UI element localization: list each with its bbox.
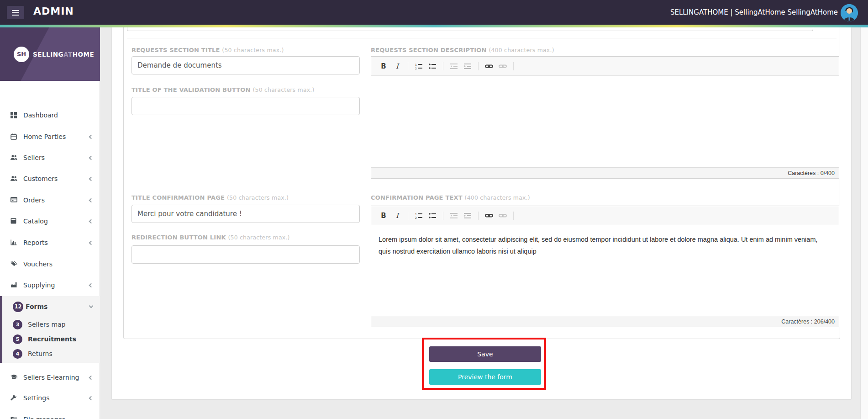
- italic-icon[interactable]: I: [391, 210, 403, 222]
- chevron-left-icon: [89, 375, 94, 380]
- sidebar-item-returns[interactable]: 4 Returns: [2, 346, 100, 361]
- sidebar-item-settings[interactable]: Settings: [0, 387, 100, 408]
- sidebar-item-sellers-elearning[interactable]: Sellers E-learning: [0, 367, 100, 388]
- scrollbar[interactable]: [860, 27, 868, 419]
- forms-count-badge: 12: [13, 302, 23, 312]
- indent-icon[interactable]: [462, 60, 473, 72]
- svg-text:2: 2: [415, 216, 417, 219]
- sidebar-item-dashboard[interactable]: Dashboard: [0, 105, 100, 126]
- sidebar-item-recruitments[interactable]: 5 Recruitments: [2, 332, 100, 346]
- confirmation-text-editor: B I 12 Lorem ipsum d: [371, 206, 839, 327]
- bold-icon[interactable]: B: [378, 210, 389, 222]
- sidebar-item-label: Returns: [28, 350, 53, 357]
- redirection-link-label: REDIRECTION BUTTON LINK (50 characters m…: [132, 234, 290, 241]
- sidebar-item-label: Sellers E-learning: [23, 374, 79, 381]
- chevron-left-icon: [89, 176, 94, 181]
- sidebar-item-label: Home Parties: [23, 133, 66, 140]
- sidebar-item-label: Orders: [23, 196, 45, 204]
- sellers-map-count-badge: 3: [13, 320, 22, 329]
- requests-title-input[interactable]: [132, 56, 360, 74]
- sidebar-item-label: Reports: [23, 239, 48, 246]
- sidebar-item-sellers[interactable]: Sellers: [0, 147, 100, 168]
- sidebar-item-label: Sellers map: [28, 321, 66, 328]
- requests-description-hint: (400 characters max.): [489, 47, 554, 53]
- toolbar-separator: [478, 212, 479, 220]
- chevron-left-icon: [89, 396, 94, 400]
- validation-button-hint: (50 characters max.): [253, 86, 314, 93]
- ordered-list-icon[interactable]: 12: [413, 210, 425, 222]
- requests-title-hint: (50 characters max.): [222, 47, 284, 53]
- user-menu[interactable]: SELLINGATHOME | SellingAtHome SellingAtH…: [670, 0, 838, 25]
- tags-icon: [11, 261, 17, 267]
- confirmation-text-label: CONFIRMATION PAGE TEXT (400 characters m…: [371, 194, 530, 201]
- admin-brand: ADMIN: [33, 5, 74, 17]
- chevron-left-icon: [89, 283, 94, 287]
- preview-form-button[interactable]: Preview the form: [429, 369, 541, 385]
- sidebar-item-label: Dashboard: [23, 111, 58, 119]
- toolbar-separator: [478, 62, 479, 70]
- sidebar-logo-text: SELLINGATHOME: [33, 51, 94, 58]
- sidebar-item-home-parties[interactable]: Home Parties: [0, 126, 100, 147]
- unlink-icon[interactable]: [497, 210, 509, 222]
- validation-button-input[interactable]: [132, 97, 360, 115]
- factory-icon: [11, 282, 17, 288]
- calendar-icon: [11, 133, 17, 140]
- sidebar-item-sellers-map[interactable]: 3 Sellers map: [2, 317, 100, 332]
- chevron-left-icon: [89, 134, 94, 139]
- admin-page: REQUESTS SECTION TITLE (50 characters ma…: [0, 0, 868, 419]
- chevron-down-icon: [89, 304, 94, 308]
- sidebar-item-customers[interactable]: Customers: [0, 168, 100, 189]
- sidebar-item-label: Forms: [26, 303, 47, 310]
- graduation-cap-icon: [11, 374, 17, 381]
- bullet-list-icon[interactable]: [426, 210, 438, 222]
- credit-card-icon: [11, 197, 17, 203]
- bold-icon[interactable]: B: [378, 60, 389, 72]
- svg-text:1: 1: [415, 212, 417, 216]
- confirmation-text-counter: Caractères : 206/400: [371, 316, 839, 327]
- sidebar-item-supplying[interactable]: Supplying: [0, 275, 100, 296]
- link-icon[interactable]: [483, 60, 495, 72]
- link-icon[interactable]: [483, 210, 495, 222]
- editor-toolbar: B I 12: [371, 206, 839, 225]
- toolbar-separator: [408, 212, 408, 220]
- outdent-icon[interactable]: [448, 60, 460, 72]
- sidebar-item-vouchers[interactable]: Vouchers: [0, 254, 100, 275]
- redirection-link-input[interactable]: [132, 245, 360, 264]
- toolbar-separator: [513, 212, 514, 220]
- sidebar-item-orders[interactable]: Orders: [0, 190, 100, 211]
- confirmation-text-hint: (400 characters max.): [465, 194, 530, 201]
- validation-button-label: TITLE OF THE VALIDATION BUTTON (50 chara…: [132, 86, 315, 93]
- catalog-icon: [11, 218, 17, 224]
- sidebar-item-forms[interactable]: 12 Forms: [2, 296, 100, 317]
- sidebar-logo: SH SELLINGATHOME: [0, 27, 100, 81]
- confirmation-text-textarea[interactable]: Lorem ipsum dolor sit amet, consectetur …: [371, 225, 839, 316]
- italic-icon[interactable]: I: [391, 60, 403, 72]
- outdent-icon[interactable]: [448, 210, 460, 222]
- hamburger-menu-icon[interactable]: [7, 6, 24, 19]
- sidebar-item-file-manager[interactable]: File manager: [0, 409, 100, 419]
- sidebar-item-reports[interactable]: Reports: [0, 232, 100, 253]
- recruitments-count-badge: 5: [13, 334, 22, 344]
- requests-title-label: REQUESTS SECTION TITLE (50 characters ma…: [132, 47, 284, 53]
- requests-description-textarea[interactable]: [371, 76, 839, 167]
- unlink-icon[interactable]: [497, 60, 509, 72]
- user-avatar[interactable]: [841, 4, 858, 21]
- clipped-input-above[interactable]: [127, 27, 813, 31]
- sidebar-group-forms: 12 Forms 3 Sellers map 5 Recruitments 4 …: [0, 296, 100, 363]
- chevron-left-icon: [89, 155, 94, 160]
- bullet-list-icon[interactable]: [426, 60, 438, 72]
- sh-logo-icon: SH: [14, 47, 29, 62]
- sidebar-item-label: Customers: [23, 175, 58, 182]
- toolbar-separator: [513, 62, 514, 70]
- topbar: ADMIN SELLINGATHOME | SellingAtHome Sell…: [0, 0, 868, 25]
- indent-icon[interactable]: [462, 210, 473, 222]
- chevron-left-icon: [89, 240, 94, 245]
- sidebar: SH SELLINGATHOME Dashboard Home Parties …: [0, 25, 100, 419]
- sidebar-item-label: Sellers: [23, 154, 45, 161]
- ordered-list-icon[interactable]: 12: [413, 60, 425, 72]
- sidebar-item-catalog[interactable]: Catalog: [0, 211, 100, 232]
- toolbar-separator: [443, 212, 443, 220]
- requests-description-counter: Caractères : 0/400: [371, 167, 839, 178]
- save-button[interactable]: Save: [429, 346, 541, 362]
- confirmation-title-input[interactable]: [132, 205, 360, 223]
